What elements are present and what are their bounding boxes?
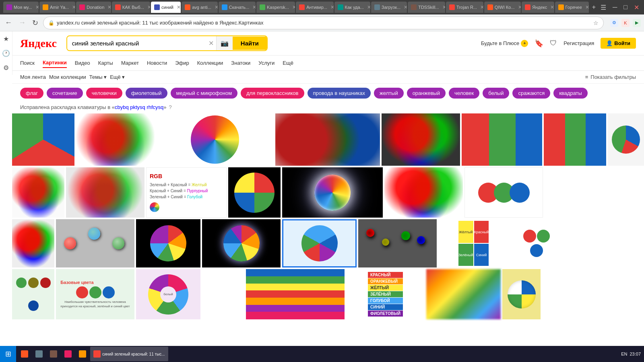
bookmark-address-button[interactable]: ☆ [593, 20, 599, 26]
forward-button[interactable]: → [17, 18, 27, 28]
taskbar-item-search[interactable] [18, 347, 31, 361]
browser-tab-tab5[interactable]: синий✕ [151, 2, 181, 13]
image-item[interactable] [66, 167, 144, 218]
bookmark-icon[interactable]: 🔖 [535, 39, 543, 48]
maximize-button[interactable]: □ [622, 3, 629, 12]
side-favorites-icon[interactable]: ★ [0, 31, 12, 46]
image-item[interactable] [12, 219, 54, 267]
tag-для-первоклассников[interactable]: для первоклассников [241, 88, 304, 99]
image-item[interactable] [12, 113, 74, 166]
image-item[interactable] [384, 167, 463, 218]
nav-item-новости[interactable]: Новости [147, 58, 167, 68]
browser-tab-tab4[interactable]: КАК Выб...✕ [112, 2, 150, 13]
browser-tab-tab8[interactable]: Kaspersk...✕ [256, 2, 295, 13]
nav-item-карты[interactable]: Карты [98, 58, 113, 68]
tab-close-button[interactable]: ✕ [585, 4, 589, 10]
tab-close-button[interactable]: ✕ [330, 4, 334, 10]
tag-флаг[interactable]: флаг [20, 88, 43, 99]
tag-квадраты[interactable]: квадраты [553, 88, 588, 99]
image-item[interactable] [202, 219, 281, 267]
tag-сражаются[interactable]: сражаются [512, 88, 550, 99]
nav-item-коллекции[interactable]: Коллекции [197, 58, 223, 68]
taskbar-item-active-browser[interactable]: синий зеленый красный: 11 тыс... [90, 347, 168, 361]
image-item[interactable] [382, 113, 460, 166]
image-item[interactable] [275, 113, 380, 166]
browser-tab-tab16[interactable]: Горячее✕ [555, 2, 589, 13]
image-item[interactable] [510, 219, 563, 267]
image-item[interactable] [56, 219, 134, 267]
nav-item-маркет[interactable]: Маркет [121, 58, 139, 68]
settings-button[interactable]: ☰ [599, 3, 608, 12]
back-button[interactable]: ← [3, 18, 14, 28]
tag-человечки[interactable]: человечки [86, 88, 122, 99]
refresh-button[interactable]: ↻ [31, 18, 40, 28]
tab-close-button[interactable]: ✕ [252, 4, 256, 10]
image-item[interactable] [136, 219, 200, 267]
shield-icon[interactable]: 🛡 [550, 39, 557, 47]
image-item[interactable] [76, 113, 155, 166]
nav-item-услуги[interactable]: Услуги [258, 58, 275, 68]
tab-close-button[interactable]: ✕ [442, 4, 446, 10]
tab-close-button[interactable]: ✕ [367, 4, 370, 10]
browser-tab-tab2[interactable]: Amir Ya...✕ [39, 2, 75, 13]
close-button[interactable]: ✕ [632, 3, 641, 12]
ext-icon-3[interactable]: ▶ [633, 19, 641, 27]
image-item[interactable] [228, 167, 281, 218]
browser-tab-tab9[interactable]: Антивир...✕ [296, 2, 333, 13]
login-button[interactable]: 👤 Войти [601, 38, 636, 49]
nav-item-знатоки[interactable]: Знатоки [231, 58, 250, 68]
tab-close-button[interactable]: ✕ [550, 4, 554, 10]
taskbar-item-mail[interactable] [61, 347, 75, 361]
image-item[interactable] [246, 269, 345, 319]
correction-link[interactable]: cbybq pktysq rhfcysq [115, 104, 163, 110]
image-item[interactable] [202, 269, 244, 319]
side-history-icon[interactable]: 🕐 [0, 46, 12, 60]
image-item[interactable] [282, 167, 383, 218]
taskbar-item-explorer[interactable] [32, 347, 46, 361]
image-item[interactable]: Базовые цвета Наибольшая чувствительност… [56, 269, 134, 319]
image-item[interactable] [191, 115, 239, 164]
registration-button[interactable]: Регистрация [564, 40, 594, 46]
tab-close-button[interactable]: ✕ [404, 4, 407, 10]
search-button[interactable]: Найти [233, 37, 267, 50]
image-item[interactable]: белый [136, 269, 200, 319]
correction-info-icon[interactable]: ? [169, 104, 172, 110]
side-settings-icon[interactable]: ⚙ [0, 60, 12, 75]
nav-item-ещё[interactable]: Ещё [283, 58, 293, 68]
browser-tab-tab15[interactable]: Яндекс✕ [522, 2, 554, 13]
show-filters-button[interactable]: ≡ Показать фильтры [585, 74, 636, 80]
browser-tab-tab7[interactable]: Скачать...✕ [219, 2, 256, 13]
tab-close-button[interactable]: ✕ [147, 4, 150, 10]
search-camera-button[interactable]: 📷 [216, 36, 233, 50]
my-collections-link[interactable]: Мои коллекции [49, 74, 86, 80]
tag-медный-с-микрофоном[interactable]: медный с микрофоном [171, 88, 238, 99]
tab-close-button[interactable]: ✕ [518, 4, 521, 10]
browser-tab-tab11[interactable]: Загрузк...✕ [371, 2, 407, 13]
ext-icon-2[interactable]: K [621, 19, 630, 27]
image-item[interactable] [358, 219, 437, 267]
image-item[interactable] [12, 167, 64, 218]
tab-close-button[interactable]: ✕ [107, 4, 111, 10]
tab-close-button[interactable]: ✕ [35, 4, 39, 10]
image-item[interactable] [608, 113, 644, 166]
tab-close-button[interactable]: ✕ [177, 4, 181, 10]
tag-оранжевый[interactable]: оранжевый [407, 88, 446, 99]
taskbar-item-chrome[interactable] [47, 347, 60, 361]
tab-close-button[interactable]: ✕ [480, 4, 483, 10]
browser-tab-tab14[interactable]: QIWI Ко...✕ [484, 2, 521, 13]
start-button[interactable]: ⊞ [0, 346, 16, 362]
new-tab-button[interactable]: + [590, 4, 597, 11]
address-bar[interactable]: 🔒 yandex.ru синий зеленый красный: 11 ты… [43, 16, 604, 29]
tag-фиолетовый[interactable]: фиолетовый [126, 88, 167, 99]
image-item[interactable] [544, 113, 606, 166]
tag-белый[interactable]: белый [483, 88, 509, 99]
image-item[interactable] [462, 113, 542, 166]
browser-tab-tab3[interactable]: Donation✕ [76, 2, 111, 13]
image-item[interactable]: RGB Зеленый + Красный = ЖелтыйКрасный + … [146, 167, 227, 218]
browser-tab-tab10[interactable]: Как уда...✕ [334, 2, 370, 13]
image-item[interactable] [502, 269, 541, 319]
image-item[interactable]: КРАСНЫЙ ОРАНЖЕВЫЙ ЖЁЛТЫЙ ЗЕЛЁНЫЙ ГОЛУБОЙ… [346, 269, 425, 319]
nav-item-поиск[interactable]: Поиск [20, 58, 35, 68]
image-item[interactable]: Жёлтый Красный Зелёный Синий [438, 219, 509, 267]
tag-человек[interactable]: человек [449, 88, 479, 99]
